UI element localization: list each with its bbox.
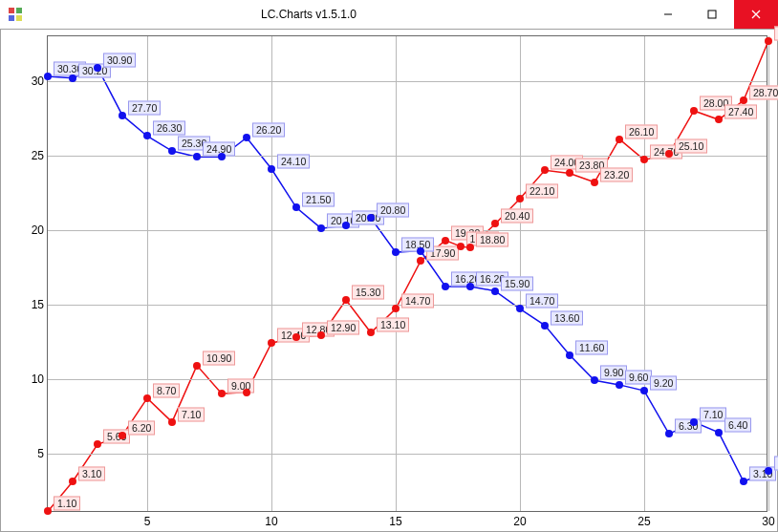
x-tick-label: 5 (144, 515, 151, 528)
data-point[interactable] (616, 136, 623, 143)
data-label: 7.10 (178, 407, 205, 421)
data-point[interactable] (317, 224, 325, 232)
data-point[interactable] (243, 134, 250, 141)
data-point[interactable] (665, 150, 673, 158)
data-point[interactable] (640, 156, 648, 163)
maximize-button[interactable] (690, 0, 734, 29)
data-point[interactable] (640, 387, 648, 394)
data-point[interactable] (392, 305, 400, 312)
x-tick-label: 15 (389, 515, 401, 528)
x-tick-label: 30 (762, 515, 774, 528)
close-button[interactable] (734, 0, 778, 29)
data-point[interactable] (243, 389, 250, 396)
data-point[interactable] (317, 331, 325, 339)
data-point[interactable] (193, 362, 201, 370)
data-label: 20.40 (501, 209, 533, 223)
data-point[interactable] (466, 283, 474, 290)
data-label: 13.10 (377, 318, 409, 332)
data-point[interactable] (591, 376, 598, 384)
data-point[interactable] (44, 73, 52, 80)
data-label: 13.60 (551, 310, 583, 325)
data-point[interactable] (193, 153, 201, 160)
data-point[interactable] (566, 351, 573, 359)
data-point[interactable] (69, 478, 76, 485)
data-point[interactable] (218, 390, 226, 397)
y-tick-label: 25 (19, 149, 44, 162)
data-point[interactable] (457, 243, 465, 250)
data-point[interactable] (94, 440, 101, 448)
data-point[interactable] (292, 333, 300, 341)
data-point[interactable] (168, 147, 176, 155)
data-point[interactable] (392, 248, 400, 256)
data-label: 9.20 (650, 376, 677, 391)
data-point[interactable] (417, 247, 424, 255)
data-point[interactable] (94, 64, 101, 72)
data-point[interactable] (367, 329, 375, 336)
data-point[interactable] (715, 429, 723, 436)
data-label: 27.70 (128, 100, 161, 115)
data-point[interactable] (690, 107, 698, 115)
data-point[interactable] (740, 478, 747, 485)
data-point[interactable] (616, 381, 623, 389)
data-point[interactable] (442, 237, 449, 245)
data-point[interactable] (516, 195, 524, 202)
data-point[interactable] (292, 203, 300, 211)
data-label: 3.80 (774, 457, 778, 471)
x-tick-label: 10 (265, 515, 277, 528)
chart-container: 51015202530510152025301.103.105.606.208.… (0, 29, 778, 532)
data-point[interactable] (491, 220, 499, 227)
data-point[interactable] (765, 37, 772, 45)
data-point[interactable] (168, 418, 176, 426)
data-point[interactable] (367, 214, 375, 222)
x-tick-label: 25 (638, 515, 650, 528)
data-point[interactable] (417, 257, 424, 265)
data-point[interactable] (218, 153, 226, 160)
data-label: 27.40 (724, 105, 757, 119)
data-point[interactable] (740, 96, 747, 104)
data-point[interactable] (466, 244, 474, 251)
y-tick-label: 10 (19, 372, 44, 386)
y-tick-label: 5 (19, 447, 44, 460)
data-point[interactable] (69, 74, 76, 82)
data-label: 26.10 (625, 124, 658, 138)
data-point[interactable] (541, 322, 549, 330)
data-label: 24.10 (277, 154, 310, 168)
data-point[interactable] (143, 132, 151, 139)
data-point[interactable] (119, 432, 126, 439)
y-tick-label: 20 (19, 223, 44, 237)
data-point[interactable] (566, 169, 573, 177)
data-label: 9.60 (625, 370, 652, 384)
window-title: LC.Charts v1.5.1.0 (0, 8, 646, 21)
data-point[interactable] (765, 467, 772, 475)
data-point[interactable] (665, 430, 673, 437)
data-label: 7.10 (700, 407, 726, 421)
data-label: 15.90 (501, 276, 533, 290)
data-point[interactable] (143, 394, 151, 402)
data-point[interactable] (715, 116, 723, 123)
data-label: 18.80 (476, 233, 508, 247)
data-point[interactable] (541, 166, 549, 174)
y-tick-label: 15 (19, 298, 44, 311)
data-point[interactable] (442, 283, 449, 290)
data-point[interactable] (44, 507, 52, 515)
data-point[interactable] (268, 339, 275, 347)
data-label: 9.00 (227, 379, 254, 394)
data-label: 15.30 (352, 286, 384, 300)
data-point[interactable] (342, 296, 350, 304)
data-label: 8.70 (153, 383, 180, 397)
data-label: 26.20 (252, 123, 285, 138)
data-point[interactable] (516, 305, 524, 312)
data-label: 26.30 (153, 121, 185, 136)
data-label: 6.40 (724, 417, 751, 432)
minimize-button[interactable] (646, 0, 690, 29)
data-point[interactable] (491, 287, 499, 295)
data-point[interactable] (690, 418, 698, 426)
data-point[interactable] (268, 165, 275, 173)
chart-plot[interactable]: 51015202530510152025301.103.105.606.208.… (47, 35, 767, 512)
data-point[interactable] (591, 179, 598, 186)
data-label: 1.10 (54, 497, 80, 511)
data-label: 23.20 (600, 167, 633, 181)
data-point[interactable] (119, 112, 126, 119)
data-label: 22.10 (526, 183, 558, 198)
data-point[interactable] (342, 222, 350, 229)
